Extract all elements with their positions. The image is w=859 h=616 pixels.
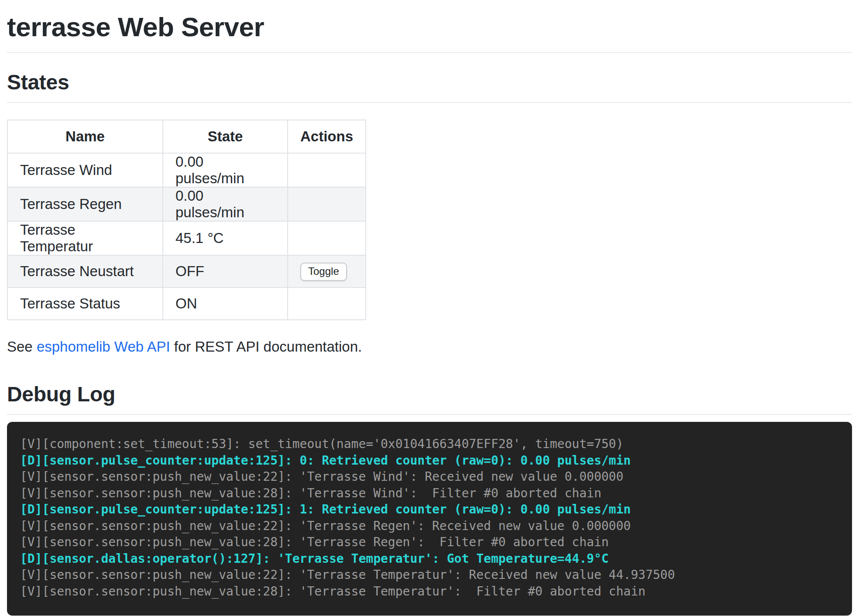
column-header-state: State (163, 120, 288, 153)
log-line: [D][sensor.pulse_counter:update:125]: 1:… (20, 501, 839, 518)
table-row: Terrasse Status ON (7, 287, 366, 320)
log-line: [V][sensor.sensor:push_new_value:22]: 'T… (20, 518, 839, 534)
log-line: [V][sensor.sensor:push_new_value:22]: 'T… (20, 469, 839, 485)
table-row: Terrasse Regen 0.00 pulses/min (7, 187, 366, 221)
api-documentation-note: See esphomelib Web API for REST API docu… (7, 339, 852, 355)
entity-actions-cell (288, 221, 366, 255)
entity-state-cell: ON (163, 287, 288, 320)
states-heading: States (7, 70, 852, 103)
entity-state-cell: OFF (163, 255, 288, 287)
entity-name-cell: Terrasse Status (7, 287, 163, 320)
entity-state-cell: 0.00 pulses/min (163, 153, 288, 187)
entity-actions-cell (288, 153, 366, 187)
log-line: [D][sensor.pulse_counter:update:125]: 0:… (20, 452, 839, 469)
entity-actions-cell (288, 187, 366, 221)
debug-log-panel: [V][component:set_timeout:53]: set_timeo… (7, 422, 852, 616)
table-row: Terrasse Neustart OFF Toggle (7, 255, 366, 287)
entity-actions-cell (288, 287, 366, 320)
table-row: Terrasse Wind 0.00 pulses/min (7, 153, 366, 187)
debug-log-heading: Debug Log (7, 382, 852, 415)
entity-state-cell: 0.00 pulses/min (163, 187, 288, 221)
toggle-button[interactable]: Toggle (300, 263, 347, 281)
column-header-name: Name (7, 120, 163, 153)
esphomelib-web-api-link[interactable]: esphomelib Web API (37, 339, 170, 355)
entity-actions-cell: Toggle (288, 255, 366, 287)
table-header-row: Name State Actions (7, 120, 366, 153)
column-header-actions: Actions (288, 120, 366, 153)
entity-name-cell: Terrasse Neustart (7, 255, 163, 287)
states-table: Name State Actions Terrasse Wind 0.00 pu… (7, 120, 366, 320)
entity-name-cell: Terrasse Regen (7, 187, 163, 221)
log-line: [V][sensor.sensor:push_new_value:28]: 'T… (20, 583, 839, 600)
log-line: [V][component:set_timeout:53]: set_timeo… (20, 436, 839, 452)
entity-state-cell: 45.1 °C (163, 221, 288, 255)
log-line: [V][sensor.sensor:push_new_value:22]: 'T… (20, 567, 839, 583)
entity-name-cell: Terrasse Wind (7, 153, 163, 187)
log-line: [D][sensor.dallas:operator():127]: 'Terr… (20, 551, 839, 567)
page-title: terrasse Web Server (7, 11, 852, 53)
log-line: [V][sensor.sensor:push_new_value:28]: 'T… (20, 485, 839, 502)
entity-name-cell: Terrasse Temperatur (7, 221, 163, 255)
api-note-suffix: for REST API documentation. (170, 339, 362, 355)
log-line: [V][sensor.sensor:push_new_value:28]: 'T… (20, 534, 839, 551)
table-row: Terrasse Temperatur 45.1 °C (7, 221, 366, 255)
api-note-prefix: See (7, 339, 37, 355)
